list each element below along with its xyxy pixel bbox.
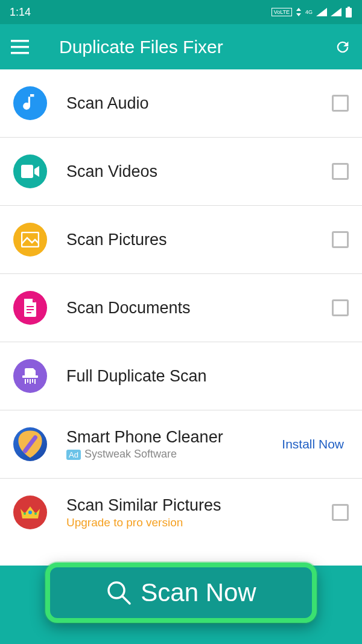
svg-rect-13 <box>30 379 31 384</box>
crown-icon <box>13 496 47 529</box>
scan-audio-label: Scan Audio <box>66 94 332 113</box>
shredder-icon <box>13 359 47 393</box>
picture-icon <box>13 223 47 257</box>
document-icon <box>13 291 47 325</box>
svg-rect-2 <box>11 40 29 42</box>
svg-line-20 <box>122 596 130 604</box>
svg-rect-9 <box>27 312 31 313</box>
full-duplicate-scan-label: Full Duplicate Scan <box>66 367 349 386</box>
svg-point-17 <box>24 512 26 515</box>
svg-rect-11 <box>25 379 26 384</box>
svg-point-18 <box>34 512 37 515</box>
scan-similar-label: Scan Similar Pictures <box>66 496 332 515</box>
volte-badge: VoLTE <box>272 8 292 16</box>
svg-rect-10 <box>22 375 38 378</box>
network-label: 4G <box>305 9 313 15</box>
svg-rect-15 <box>34 379 36 384</box>
audio-icon <box>13 86 47 120</box>
status-bar: 1:14 VoLTE 4G <box>0 0 362 24</box>
svg-rect-0 <box>348 7 350 8</box>
scan-documents-checkbox[interactable] <box>332 299 349 316</box>
refresh-icon[interactable] <box>334 39 351 56</box>
ad-subtitle: AdSystweak Software <box>66 448 282 461</box>
ad-item[interactable]: Smart Phone Cleaner AdSystweak Software … <box>0 410 362 479</box>
scan-now-label: Scan Now <box>141 578 256 607</box>
signal-icon-2 <box>331 8 341 16</box>
status-time: 1:14 <box>10 6 31 19</box>
app-bar: Duplicate Files Fixer <box>0 24 362 69</box>
svg-rect-12 <box>27 379 28 383</box>
app-ad-icon <box>13 427 47 461</box>
scan-videos-label: Scan Videos <box>66 162 332 181</box>
full-duplicate-scan-item[interactable]: Full Duplicate Scan <box>0 342 362 410</box>
scan-videos-checkbox[interactable] <box>332 163 349 180</box>
scan-documents-label: Scan Documents <box>66 299 332 317</box>
network-updown-icon <box>296 8 302 16</box>
video-icon <box>13 155 47 188</box>
ad-title: Smart Phone Cleaner <box>66 428 282 447</box>
svg-rect-7 <box>27 306 34 307</box>
svg-rect-4 <box>11 52 29 54</box>
scan-pictures-checkbox[interactable] <box>332 231 349 248</box>
install-now-link[interactable]: Install Now <box>282 437 344 451</box>
svg-rect-6 <box>22 232 39 247</box>
status-indicators: VoLTE 4G <box>272 7 352 18</box>
scan-audio-item[interactable]: Scan Audio <box>0 69 362 138</box>
scan-pictures-item[interactable]: Scan Pictures <box>0 206 362 274</box>
app-title: Duplicate Files Fixer <box>59 37 334 57</box>
scan-now-button[interactable]: Scan Now <box>45 563 317 623</box>
svg-point-16 <box>28 511 32 514</box>
battery-icon <box>345 7 352 18</box>
scan-options-list: Scan Audio Scan Videos Scan Pictures Sca… <box>0 69 362 546</box>
menu-icon[interactable] <box>11 40 29 54</box>
upgrade-subtitle: Upgrade to pro version <box>66 516 332 529</box>
svg-rect-14 <box>32 379 33 383</box>
scan-pictures-label: Scan Pictures <box>66 231 332 249</box>
signal-icon <box>316 8 327 16</box>
ad-badge: Ad <box>66 450 81 460</box>
scan-similar-checkbox[interactable] <box>332 504 349 521</box>
svg-rect-1 <box>346 8 352 18</box>
svg-rect-8 <box>27 309 34 310</box>
search-icon <box>106 579 132 606</box>
scan-documents-item[interactable]: Scan Documents <box>0 274 362 342</box>
svg-rect-5 <box>21 165 33 178</box>
svg-rect-3 <box>11 46 29 48</box>
scan-videos-item[interactable]: Scan Videos <box>0 138 362 206</box>
scan-audio-checkbox[interactable] <box>332 95 349 112</box>
scan-similar-pictures-item[interactable]: Scan Similar Pictures Upgrade to pro ver… <box>0 479 362 546</box>
